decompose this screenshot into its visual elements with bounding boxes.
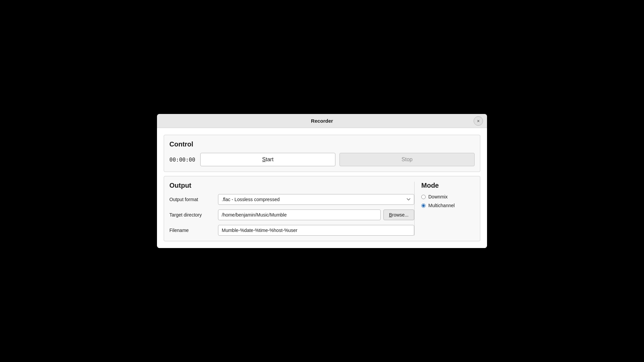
downmix-label[interactable]: Downmix [428, 194, 448, 199]
dialog-overlay: Recorder × Control 00:00:00 Start Stop [0, 0, 644, 362]
filename-label: Filename [169, 228, 218, 233]
output-format-select[interactable]: .flac - Lossless compressed .wav - Uncom… [218, 194, 414, 205]
dialog-body: Control 00:00:00 Start Stop Output [157, 128, 487, 248]
output-mode-section: Output Output format .flac - Lossless co… [164, 176, 480, 241]
mode-section-title: Mode [421, 182, 475, 189]
downmix-radio[interactable] [421, 195, 426, 199]
output-format-row: Output format .flac - Lossless compresse… [169, 194, 414, 205]
start-label-rest: tart [266, 157, 273, 162]
browse-label-rest: rowse... [392, 212, 409, 218]
directory-input-row: Browse... [218, 209, 414, 220]
start-button[interactable]: Start [200, 153, 335, 166]
start-underline-char: S [262, 157, 266, 162]
mode-section: Mode Downmix Multichannel [414, 182, 475, 236]
multichannel-radio-row: Multichannel [421, 203, 475, 208]
dialog-title: Recorder [311, 118, 333, 124]
control-section: Control 00:00:00 Start Stop [164, 135, 480, 172]
browse-button[interactable]: Browse... [383, 209, 414, 220]
target-directory-row: Target directory Browse... [169, 209, 414, 220]
close-button[interactable]: × [474, 116, 483, 126]
recorder-dialog: Recorder × Control 00:00:00 Start Stop [157, 114, 487, 248]
control-section-title: Control [169, 140, 475, 148]
titlebar: Recorder × [157, 114, 487, 128]
stop-button[interactable]: Stop [339, 153, 475, 166]
filename-row: Filename [169, 225, 414, 236]
directory-input[interactable] [218, 209, 381, 220]
multichannel-radio[interactable] [421, 203, 426, 208]
output-section-title: Output [169, 182, 414, 189]
downmix-radio-row: Downmix [421, 194, 475, 199]
filename-input[interactable] [218, 225, 414, 236]
output-mode-row: Output Output format .flac - Lossless co… [169, 182, 475, 236]
output-section: Output Output format .flac - Lossless co… [169, 182, 414, 236]
browse-underline-char: B [389, 212, 392, 218]
target-directory-label: Target directory [169, 212, 218, 218]
output-format-label: Output format [169, 197, 218, 202]
multichannel-label[interactable]: Multichannel [428, 203, 455, 208]
timer-display: 00:00:00 [169, 157, 196, 163]
control-row: 00:00:00 Start Stop [169, 153, 475, 166]
